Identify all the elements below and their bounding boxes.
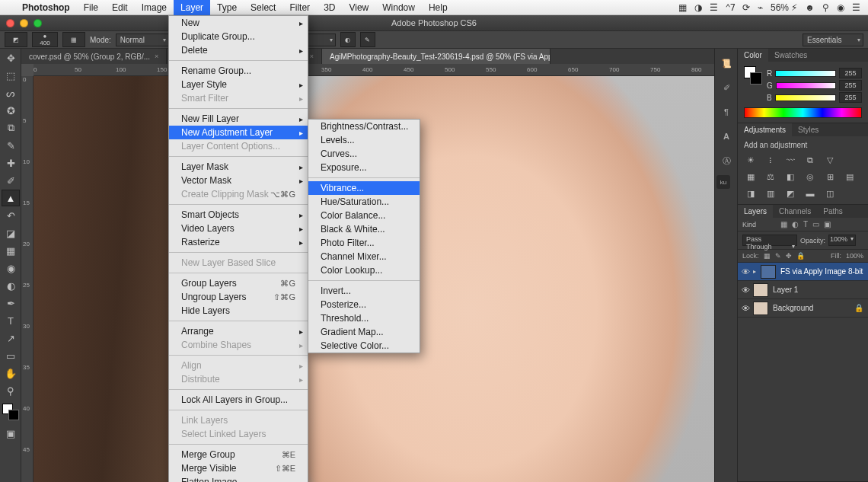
g-value[interactable]: 255 xyxy=(839,80,862,91)
menu-item[interactable]: Vector Mask xyxy=(169,174,308,187)
document-tab[interactable]: AgiMPhotography-Beauty_Test-230619-4.psd… xyxy=(322,49,550,64)
invert-icon[interactable]: ◨ xyxy=(744,187,758,200)
r-slider[interactable] xyxy=(775,70,836,77)
disclosure-icon[interactable]: ▸ xyxy=(753,268,761,275)
submenu-item[interactable]: Hue/Saturation... xyxy=(308,195,420,209)
visibility-icon[interactable]: 👁 xyxy=(738,286,753,295)
lock-all-icon[interactable]: 🔒 xyxy=(796,252,805,260)
r-value[interactable]: 255 xyxy=(839,68,862,78)
swatches-tab[interactable]: Swatches xyxy=(768,49,813,62)
pen-tool[interactable]: ✒ xyxy=(2,295,20,311)
curves-icon[interactable]: 〰 xyxy=(783,154,797,166)
status-icon[interactable]: ◑ xyxy=(694,2,702,13)
menu-item[interactable]: Rasterize xyxy=(169,235,308,249)
zoom-tool[interactable]: ⚲ xyxy=(2,382,20,399)
filter-pixel-icon[interactable]: ▦ xyxy=(780,220,787,228)
submenu-item[interactable]: Brightness/Contrast... xyxy=(308,120,420,133)
color-ramp[interactable] xyxy=(744,107,862,118)
posterize-icon[interactable]: ▥ xyxy=(764,187,777,200)
brightness-icon[interactable]: ☀ xyxy=(744,154,758,166)
gradient-tool[interactable]: ▦ xyxy=(2,242,20,259)
submenu-item[interactable]: Posterize... xyxy=(308,298,420,311)
fill-input[interactable]: 100% xyxy=(846,252,863,260)
document-tab[interactable]: cover.psd @ 50% (Group 2, RGB/...× xyxy=(21,49,167,64)
filter-shape-icon[interactable]: ▭ xyxy=(812,220,819,228)
battery-status[interactable]: 56% ⚡︎ xyxy=(771,2,797,13)
gradmap-icon[interactable]: ▬ xyxy=(803,187,817,200)
adjustments-tab[interactable]: Adjustments xyxy=(738,123,792,136)
close-button[interactable] xyxy=(6,19,14,27)
submenu-item[interactable]: Photo Filter... xyxy=(308,236,420,250)
submenu-item[interactable]: Color Balance... xyxy=(308,209,420,222)
menubar-item-select[interactable]: Select xyxy=(244,0,282,15)
menu-item[interactable]: Merge Group⌘E xyxy=(169,448,308,461)
eyedropper-tool[interactable]: ✎ xyxy=(2,137,20,154)
filter-icon[interactable]: ◎ xyxy=(803,171,817,183)
selcolor-icon[interactable]: ◫ xyxy=(823,187,837,200)
kuler-icon[interactable]: ku xyxy=(716,175,730,189)
minimize-button[interactable] xyxy=(20,19,28,27)
balance-icon[interactable]: ⚖ xyxy=(764,171,777,183)
blur-tool[interactable]: ◉ xyxy=(2,260,20,276)
shape-tool[interactable]: ▭ xyxy=(2,347,20,364)
layer-filter-kind[interactable]: Kind xyxy=(742,221,776,228)
g-slider[interactable] xyxy=(776,82,836,89)
close-tab-icon[interactable]: × xyxy=(310,53,314,60)
menu-item[interactable]: Delete xyxy=(169,43,308,57)
menu-item[interactable]: Smart Objects xyxy=(169,208,308,222)
status-icon[interactable]: ⟳ xyxy=(742,2,750,13)
status-icon[interactable]: ▦ xyxy=(678,2,687,13)
submenu-item[interactable]: Vibrance... xyxy=(308,181,420,195)
exposure-icon[interactable]: ⧉ xyxy=(803,154,817,166)
hand-tool[interactable]: ✋ xyxy=(2,365,20,381)
move-tool[interactable]: ✥ xyxy=(2,49,20,66)
layer-thumbnail[interactable] xyxy=(753,302,768,315)
lock-pixels-icon[interactable]: ✎ xyxy=(775,252,781,260)
menu-item[interactable]: New xyxy=(169,16,308,30)
visibility-icon[interactable]: 👁 xyxy=(738,304,753,313)
tool-preset-button[interactable]: ◩ xyxy=(5,32,27,47)
brush-tool[interactable]: ✐ xyxy=(2,172,20,189)
styles-tab[interactable]: Styles xyxy=(792,123,825,136)
b-value[interactable]: 255 xyxy=(839,92,862,103)
submenu-item[interactable]: Channel Mixer... xyxy=(308,250,420,263)
close-tab-icon[interactable]: × xyxy=(155,53,158,60)
history-panel-icon[interactable]: 📜 xyxy=(716,53,736,73)
app-name[interactable]: Photoshop xyxy=(15,2,77,13)
submenu-item[interactable]: Black & White... xyxy=(308,222,420,236)
ruler-horizontal[interactable]: 0501001502002503003504004505005506006507… xyxy=(34,64,737,76)
type-tool[interactable]: T xyxy=(2,312,20,329)
lookup-icon[interactable]: ▤ xyxy=(843,171,857,183)
siri-icon[interactable]: ◉ xyxy=(837,2,844,13)
workspace-select[interactable]: Essentials xyxy=(803,34,863,46)
char-styles-icon[interactable]: Ⓐ xyxy=(716,151,736,171)
traffic-lights[interactable] xyxy=(0,19,42,27)
menu-item[interactable]: Ungroup Layers⇧⌘G xyxy=(169,290,308,304)
menu-item[interactable]: Lock All Layers in Group... xyxy=(169,393,308,407)
brush-preview[interactable]: ●400 xyxy=(32,32,58,47)
wifi-icon[interactable]: ⌁ xyxy=(758,2,763,13)
menubar-item-file[interactable]: File xyxy=(77,0,105,15)
quick-mask-toggle[interactable]: ▣ xyxy=(2,425,20,442)
lock-pos-icon[interactable]: ✥ xyxy=(786,252,792,260)
opacity-input[interactable]: 100% xyxy=(828,235,856,246)
menubar-item-layer[interactable]: Layer xyxy=(174,0,210,15)
layer-row[interactable]: 👁▸FS via Apply Image 8-bit xyxy=(738,263,868,281)
submenu-item[interactable]: Levels... xyxy=(308,133,420,147)
lock-trans-icon[interactable]: ▦ xyxy=(764,252,771,260)
layer-thumbnail[interactable] xyxy=(761,265,776,279)
channels-tab[interactable]: Channels xyxy=(773,205,817,218)
menu-item[interactable]: Arrange xyxy=(169,324,308,338)
filter-type-icon[interactable]: T xyxy=(803,220,808,228)
menubar-item-filter[interactable]: Filter xyxy=(282,0,317,15)
eraser-tool[interactable]: ◪ xyxy=(2,225,20,241)
character-panel-icon[interactable]: A xyxy=(716,126,736,146)
menu-item[interactable]: Video Layers xyxy=(169,222,308,235)
submenu-item[interactable]: Exposure... xyxy=(308,161,420,174)
threshold-icon[interactable]: ◩ xyxy=(783,187,797,200)
paths-tab[interactable]: Paths xyxy=(817,205,849,218)
menu-item[interactable]: Rename Group... xyxy=(169,64,308,78)
submenu-item[interactable]: Threshold... xyxy=(308,311,420,325)
layers-tab[interactable]: Layers xyxy=(738,205,773,218)
submenu-item[interactable]: Color Lookup... xyxy=(308,263,420,277)
